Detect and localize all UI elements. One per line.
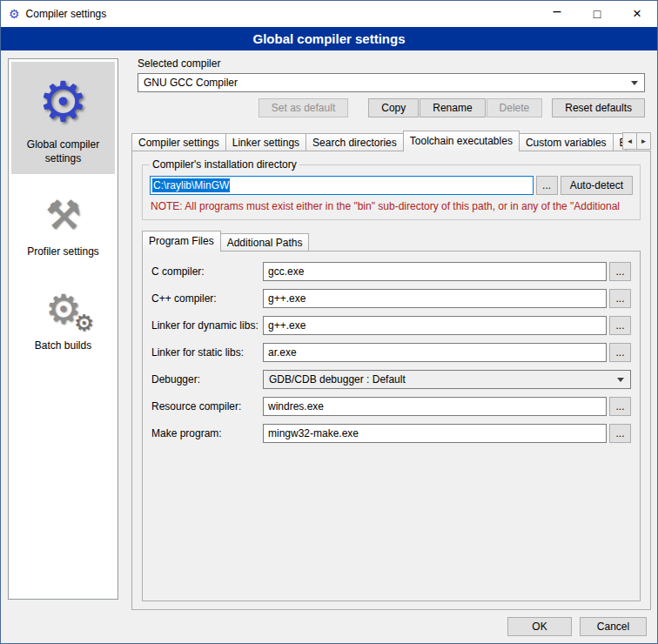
settings-sidebar: ⚙ Global compiler settings ⚒ Profiler se…: [8, 58, 118, 600]
compiler-buttons-row: Set as default Copy Rename Delete Reset …: [138, 98, 645, 117]
tab-compiler-settings[interactable]: Compiler settings: [131, 133, 226, 151]
make-program-label: Make program:: [151, 427, 263, 439]
linker-dynamic-label: Linker for dynamic libs:: [151, 319, 263, 332]
dropdown-arrow-icon: [617, 378, 624, 382]
installation-directory-group: Compiler's installation directory C:\ray…: [142, 158, 641, 220]
tab-additional-paths[interactable]: Additional Paths: [220, 233, 310, 251]
browse-make-program-button[interactable]: ...: [609, 424, 631, 443]
tab-scroll-left-icon[interactable]: ◄: [622, 132, 637, 150]
close-button[interactable]: ×: [617, 1, 657, 27]
selected-compiler-label: Selected compiler: [138, 57, 651, 70]
selected-compiler-value: GNU GCC Compiler: [144, 77, 238, 89]
browse-resource-compiler-button[interactable]: ...: [609, 397, 631, 416]
linker-static-input[interactable]: [263, 343, 607, 362]
sidebar-item-label: Batch builds: [13, 339, 113, 353]
sidebar-item-profiler-settings[interactable]: ⚒ Profiler settings: [11, 181, 115, 268]
sidebar-item-batch-builds[interactable]: ⚙ ⚙ Batch builds: [11, 275, 115, 362]
auto-detect-button[interactable]: Auto-detect: [561, 176, 633, 195]
field-row: Resource compiler: ...: [151, 397, 631, 416]
cpp-compiler-label: C++ compiler:: [151, 292, 263, 305]
titlebar: ⚙ Compiler settings – □ ×: [1, 1, 657, 27]
tab-scroll-right-icon[interactable]: ►: [636, 132, 651, 150]
app-gear-icon: ⚙: [9, 8, 20, 20]
profiler-tools-icon: ⚒: [13, 188, 113, 242]
maximize-button[interactable]: □: [577, 1, 617, 27]
tab-search-directories[interactable]: Search directories: [306, 133, 404, 151]
rename-button[interactable]: Rename: [420, 98, 485, 117]
installation-directory-selected-text: C:\raylib\MinGW: [152, 178, 230, 192]
compiler-settings-dialog: ⚙ Compiler settings – □ × Global compile…: [0, 0, 658, 644]
installation-directory-legend: Compiler's installation directory: [150, 158, 299, 171]
browse-cpp-compiler-button[interactable]: ...: [609, 289, 631, 308]
settings-tabbar: Compiler settings Linker settings Search…: [131, 130, 651, 151]
tab-program-files[interactable]: Program Files: [142, 231, 221, 252]
browse-linker-dynamic-button[interactable]: ...: [609, 316, 631, 335]
linker-dynamic-input[interactable]: [263, 316, 607, 335]
installation-directory-input[interactable]: C:\raylib\MinGW: [150, 176, 534, 195]
linker-static-label: Linker for static libs:: [151, 346, 263, 359]
dialog-header: Global compiler settings: [1, 27, 657, 50]
global-compiler-gear-icon: ⚙: [13, 69, 113, 135]
field-row: Debugger: GDB/CDB debugger : Default: [151, 370, 631, 389]
tab-linker-settings[interactable]: Linker settings: [225, 133, 306, 151]
resource-compiler-input[interactable]: [263, 397, 607, 416]
sidebar-item-label: Profiler settings: [13, 245, 113, 259]
reset-defaults-button[interactable]: Reset defaults: [552, 98, 645, 117]
tab-toolchain-executables[interactable]: Toolchain executables: [403, 131, 520, 151]
window-title: Compiler settings: [26, 8, 107, 20]
program-files-panel: C compiler: ... C++ compiler: ... Linker…: [142, 251, 641, 601]
minimize-button[interactable]: –: [537, 1, 577, 27]
batch-builds-gears-icon: ⚙ ⚙: [13, 282, 113, 336]
debugger-select[interactable]: GDB/CDB debugger : Default: [263, 370, 631, 389]
browse-install-dir-button[interactable]: ...: [536, 176, 558, 195]
ok-button[interactable]: OK: [507, 617, 572, 636]
tab-custom-variables[interactable]: Custom variables: [519, 133, 614, 151]
delete-button[interactable]: Delete: [487, 98, 543, 117]
c-compiler-input[interactable]: [263, 262, 607, 281]
debugger-value: GDB/CDB debugger : Default: [269, 373, 406, 386]
resource-compiler-label: Resource compiler:: [151, 400, 263, 413]
c-compiler-label: C compiler:: [151, 265, 263, 278]
dropdown-arrow-icon: [631, 81, 638, 85]
make-program-input[interactable]: [263, 424, 607, 443]
window-controls: – □ ×: [537, 1, 657, 27]
tab-scroll-arrows: ◄ ►: [623, 132, 651, 150]
set-as-default-button[interactable]: Set as default: [258, 98, 348, 117]
field-row: Linker for static libs: ...: [151, 343, 631, 362]
main-area: Selected compiler GNU GCC Compiler Set a…: [131, 55, 651, 610]
sidebar-item-global-compiler-settings[interactable]: ⚙ Global compiler settings: [11, 62, 115, 174]
copy-button[interactable]: Copy: [368, 98, 419, 117]
sidebar-item-label: Global compiler settings: [13, 138, 113, 165]
cpp-compiler-input[interactable]: [263, 289, 607, 308]
note-text: NOTE: All programs must exist either in …: [151, 200, 632, 212]
debugger-label: Debugger:: [151, 373, 263, 386]
field-row: C++ compiler: ...: [151, 289, 631, 308]
selected-compiler-select[interactable]: GNU GCC Compiler: [138, 73, 645, 92]
toolchain-executables-panel: Compiler's installation directory C:\ray…: [131, 151, 651, 610]
field-row: Linker for dynamic libs: ...: [151, 316, 631, 335]
browse-linker-static-button[interactable]: ...: [609, 343, 631, 362]
field-row: C compiler: ...: [151, 262, 631, 281]
browse-c-compiler-button[interactable]: ...: [609, 262, 631, 281]
field-row: Make program: ...: [151, 424, 631, 443]
cancel-button[interactable]: Cancel: [580, 617, 647, 636]
program-files-tabbar: Program Files Additional Paths: [140, 230, 642, 251]
